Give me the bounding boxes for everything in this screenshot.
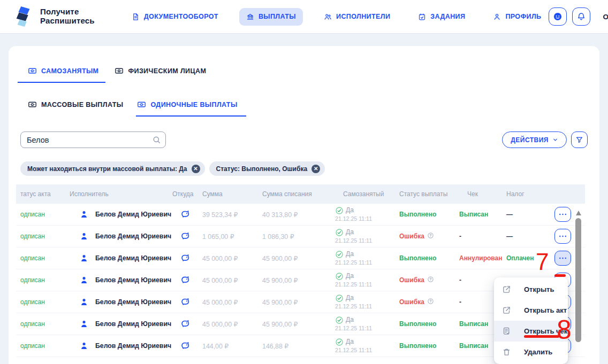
money-icon [28, 100, 37, 109]
debit-sum-cell: 45 900,00 ₽ [262, 320, 335, 328]
nav-item-people[interactable]: ИСПОЛНИТЕЛИ [317, 8, 397, 26]
check-circle-icon [335, 250, 344, 259]
tab-самозанятым[interactable]: САМОЗАНЯТЫМ [28, 66, 98, 83]
source-cell [172, 318, 202, 330]
user-solid-icon [79, 253, 89, 263]
notifications-button[interactable] [572, 7, 590, 26]
sum-cell: 45 000,00 ₽ [202, 320, 262, 328]
company-selector[interactable]: ООО "ПОЛУЧИТЕ - РАСПИШИТЕСЬ" [603, 13, 608, 21]
topbar-actions: ООО "ПОЛУЧИТЕ - РАСПИШИТЕСЬ" [549, 7, 608, 26]
check-status: - [459, 233, 506, 240]
executor-name: Белов Демид Юриевич [95, 276, 171, 284]
nav-item-bank[interactable]: ВЫПЛАТЫ [239, 8, 303, 26]
check-circle-icon [335, 272, 344, 281]
nav-item-label: ДОКУМЕНТООБОРОТ [144, 13, 218, 20]
self-employed-date: 21.12.25 11:11 [335, 215, 399, 222]
check-circle-icon [335, 206, 344, 215]
source-cell [172, 230, 202, 243]
nav-item-label: ВЫПЛАТЫ [259, 13, 296, 20]
row-menu-button[interactable] [554, 207, 571, 222]
check-circle-icon [335, 338, 344, 346]
nav-item-person[interactable]: ПРОФИЛЬ [486, 8, 548, 26]
tab-одиночные-выплаты[interactable]: ОДИНОЧНЫЕ ВЫПЛАТЫ [137, 100, 237, 117]
recipient-tabs: САМОЗАНЯТЫМФИЗИЧЕСКИМ ЛИЦАМ [28, 66, 588, 83]
payout-type-tabs: МАССОВЫЕ ВЫПЛАТЫОДИНОЧНЫЕ ВЫПЛАТЫ [28, 100, 588, 117]
row-menu-button[interactable] [554, 229, 571, 244]
question-circle-icon [427, 232, 434, 239]
support-chat-button[interactable] [549, 7, 567, 26]
payout-status: Выполнено [399, 254, 459, 262]
menu-item-label: Открыть акт [524, 306, 567, 314]
annotation-underline-7 [554, 274, 566, 277]
payout-status: Выполнено [399, 342, 459, 350]
executor-cell[interactable]: Белов Демид Юриевич [70, 297, 172, 307]
nav-item-label: ИСПОЛНИТЕЛИ [336, 13, 390, 20]
tab-массовые-выплаты[interactable]: МАССОВЫЕ ВЫПЛАТЫ [28, 100, 123, 117]
chevron-down-icon [552, 137, 558, 143]
executor-name: Белов Демид Юриевич [95, 254, 171, 262]
main-nav: ДОКУМЕНТООБОРОТВЫПЛАТЫИСПОЛНИТЕЛИЗАДАНИЯ… [125, 8, 549, 26]
annotation-step-8: 8 [557, 316, 572, 343]
topbar: Получите Распишитесь ДОКУМЕНТООБОРОТВЫПЛ… [0, 0, 608, 33]
logo-line2: Распишитесь [40, 17, 95, 26]
executor-cell[interactable]: Белов Демид Юриевич [70, 253, 172, 263]
self-employed-value: Да [346, 206, 354, 214]
app-logo: Получите Распишитесь [13, 5, 95, 28]
user-solid-icon [79, 297, 89, 307]
question-circle-icon [427, 276, 434, 283]
vertical-scrollbar[interactable] [575, 208, 582, 364]
piggy-icon [180, 274, 191, 285]
scroll-up-arrow-icon[interactable] [576, 211, 581, 215]
piggy-icon [180, 296, 191, 307]
nav-item-label: ЗАДАНИЯ [430, 13, 465, 20]
check-circle-icon [335, 228, 344, 237]
executor-cell[interactable]: Белов Демид Юриевич [70, 319, 172, 329]
user-solid-icon [79, 231, 89, 241]
tab-физическим-лицам[interactable]: ФИЗИЧЕСКИМ ЛИЦАМ [115, 66, 206, 83]
column-header: татус акта [16, 190, 70, 198]
self-employed-value: Да [346, 316, 354, 324]
piggy-icon [180, 318, 191, 329]
check-status: Выписан [459, 211, 506, 218]
payout-status: Ошибка [399, 232, 459, 241]
user-solid-icon [79, 275, 89, 285]
debit-sum-cell: 146,88 ₽ [262, 342, 335, 350]
column-header: Откуда [172, 190, 202, 198]
menu-item-label: Открыть [524, 285, 554, 293]
act-status: одписан [16, 342, 70, 350]
self-employed-date: 21.12.25 11:11 [335, 237, 399, 244]
sum-cell: 39 523,34 ₽ [202, 211, 262, 219]
money-icon [137, 100, 146, 109]
search-wrap [20, 131, 166, 148]
question-circle-icon [427, 298, 434, 305]
bank-icon [246, 13, 254, 21]
column-header: Сумма списания [262, 190, 335, 198]
act-status: одписан [16, 276, 70, 284]
act-status: одписан [16, 254, 70, 262]
executor-cell[interactable]: Белов Демид Юриевич [70, 210, 172, 219]
nav-item-tasks[interactable]: ЗАДАНИЯ [411, 8, 472, 26]
piggy-icon [180, 230, 191, 241]
actions-button[interactable]: ДЕЙСТВИЯ [502, 131, 567, 148]
chip-close-icon[interactable]: ✕ [311, 165, 320, 173]
executor-cell[interactable]: Белов Демид Юриевич [70, 341, 172, 351]
self-employed-date: 21.12.25 11:11 [335, 281, 399, 288]
nav-item-document[interactable]: ДОКУМЕНТООБОРОТ [125, 8, 225, 26]
doc-check-icon [502, 327, 511, 336]
executor-cell[interactable]: Белов Демид Юриевич [70, 275, 172, 285]
filter-button[interactable] [571, 131, 588, 148]
source-cell [172, 274, 202, 286]
menu-item-open[interactable]: Открыть [494, 279, 568, 300]
chip-close-icon[interactable]: ✕ [192, 165, 200, 173]
self-employed-value: Да [346, 272, 354, 280]
executor-cell[interactable]: Белов Демид Юриевич [70, 231, 172, 241]
toolbar: ДЕЙСТВИЯ [20, 131, 588, 148]
row-menu-button[interactable] [554, 251, 571, 266]
scrollbar-thumb[interactable] [575, 218, 581, 342]
self-employed-cell: Да21.12.25 11:11 [335, 228, 399, 244]
sum-cell: 45 000,00 ₽ [202, 276, 262, 284]
logo-line1: Получите [40, 7, 95, 17]
act-status: одписан [16, 233, 70, 240]
search-input[interactable] [20, 131, 166, 148]
debit-sum-cell: 45 900,00 ₽ [262, 276, 335, 284]
